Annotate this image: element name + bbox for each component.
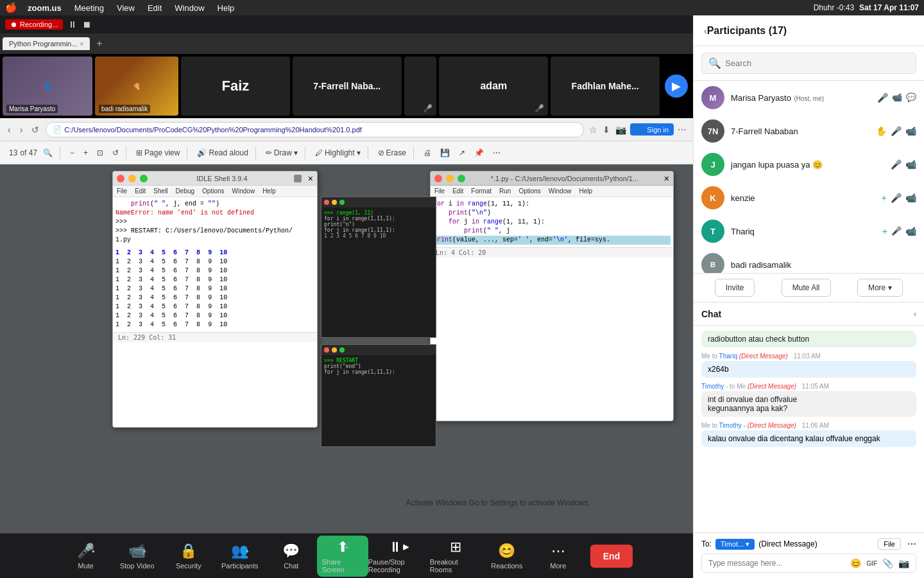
- participants-btn[interactable]: 👥 ▲ Participants: [214, 536, 266, 577]
- chat-attach-btn[interactable]: 📎: [882, 558, 893, 568]
- idle-close-x[interactable]: ×: [308, 173, 313, 184]
- tile-fadhlan[interactable]: Fadhlan Mahe...: [551, 57, 660, 116]
- chat-screenshot-btn[interactable]: 📷: [898, 558, 909, 568]
- nav-bookmark[interactable]: ☆: [588, 123, 599, 136]
- read-aloud-btn[interactable]: 🔊 Read aloud: [194, 146, 251, 159]
- participant-badi[interactable]: B badi radisamalik: [694, 248, 924, 274]
- nav-capture[interactable]: 📷: [614, 123, 628, 136]
- menubar-window[interactable]: Window: [172, 3, 207, 13]
- mute-all-btn[interactable]: Mute All: [782, 279, 831, 297]
- chat-file-btn[interactable]: File: [878, 538, 901, 550]
- py-close-btn[interactable]: [434, 175, 442, 182]
- share-pdf-btn[interactable]: ↗: [456, 146, 468, 159]
- share-arrow[interactable]: ▲: [345, 544, 350, 550]
- tab-close[interactable]: ×: [80, 40, 83, 48]
- tile-farrell[interactable]: 7-Farrell Naba...: [293, 57, 402, 116]
- idle-menu-window[interactable]: Window: [232, 188, 255, 195]
- share-screen-btn[interactable]: ⬆ ▲ Share Screen: [317, 536, 368, 577]
- nav-refresh[interactable]: ↺: [29, 123, 42, 136]
- chat-type-input[interactable]: [708, 559, 846, 568]
- idle-menu-options[interactable]: Options: [202, 188, 224, 195]
- participant-marisa[interactable]: M Marisa Paryasto (Host, me) 🎤 📹 💬: [694, 81, 924, 114]
- fit-page-btn[interactable]: ⊡: [94, 146, 107, 159]
- erase-btn[interactable]: ⊘ Erase: [375, 146, 409, 159]
- zoom-in-btn[interactable]: +: [80, 146, 91, 159]
- tiles-next-btn[interactable]: ▶: [665, 74, 688, 98]
- chat-emoji-btn[interactable]: 😊: [850, 558, 861, 568]
- page-view-btn[interactable]: ⊞ Page view: [133, 146, 183, 159]
- zoom-out-btn[interactable]: −: [67, 146, 78, 159]
- idle-close-btn[interactable]: [117, 175, 124, 182]
- idle-max-btn[interactable]: [140, 175, 148, 182]
- nav-forward[interactable]: ›: [17, 123, 26, 136]
- py-editor-window[interactable]: *.1.py - C:/Users/lenovo/Documents/Pytho…: [430, 171, 674, 421]
- mute-arrow[interactable]: ▲: [90, 548, 96, 554]
- menubar-view[interactable]: View: [114, 3, 137, 13]
- idle-menu-shell[interactable]: Shell: [153, 188, 167, 195]
- search-pdf-btn[interactable]: 🔍: [40, 146, 56, 159]
- print-btn[interactable]: 🖨: [420, 146, 434, 159]
- breakout-btn[interactable]: ⊞ Breakout Rooms: [430, 536, 481, 577]
- recording-btn[interactable]: ⏸▶ Pause/Stop Recording: [368, 536, 430, 577]
- tiles-next[interactable]: ▶: [662, 72, 690, 100]
- nav-more[interactable]: ⋯: [676, 123, 688, 136]
- rotate-btn[interactable]: ↺: [109, 146, 122, 159]
- chat-btn[interactable]: 💬 Chat: [266, 536, 317, 577]
- search-input[interactable]: [725, 58, 909, 68]
- idle-menu-file[interactable]: File: [117, 188, 127, 195]
- py-menu-options[interactable]: Options: [518, 188, 540, 195]
- signin-btn[interactable]: 👤 Sign in: [630, 123, 674, 136]
- chat-collapse-btn[interactable]: ‹: [914, 310, 916, 319]
- reactions-btn[interactable]: 😊 Reactions: [481, 536, 533, 577]
- highlight-btn[interactable]: 🖊 Highlight ▾: [312, 146, 364, 159]
- menubar-help[interactable]: Help: [215, 3, 237, 13]
- participant-farrell[interactable]: 7N 7-Farrell Nababan ✋ 🎤 📹: [694, 114, 924, 148]
- py-max-btn[interactable]: [458, 175, 465, 182]
- draw-btn[interactable]: ✏ Draw ▾: [262, 146, 301, 159]
- py-close-x[interactable]: ×: [664, 173, 669, 184]
- tile-blank[interactable]: 🎤: [404, 57, 437, 116]
- menubar-meeting[interactable]: Meeting: [72, 3, 107, 13]
- mute-btn[interactable]: 🎤 ▲ Mute: [60, 536, 112, 577]
- idle-resize[interactable]: [294, 175, 302, 182]
- apple-menu[interactable]: 🍎: [5, 2, 17, 13]
- py-menu-file[interactable]: File: [434, 188, 445, 195]
- py-menu-edit[interactable]: Edit: [452, 188, 463, 195]
- tile-faiz[interactable]: Faiz: [181, 57, 290, 116]
- security-btn[interactable]: 🔒 Security: [163, 536, 214, 577]
- chat-more-btn[interactable]: ⋯: [907, 539, 916, 549]
- chat-gif-btn[interactable]: GIF: [866, 560, 877, 567]
- end-call-btn[interactable]: End: [590, 545, 633, 568]
- tile-badi[interactable]: 🍕 badi radisamalik: [95, 57, 178, 116]
- idle-menu-help[interactable]: Help: [262, 188, 276, 195]
- recording-pause[interactable]: ⏸: [68, 19, 77, 30]
- py-menu-format[interactable]: Format: [471, 188, 492, 195]
- participant-thariq[interactable]: T Thariq + 🎤 📹: [694, 215, 924, 248]
- save-btn[interactable]: 💾: [437, 146, 453, 159]
- idle-shell-window[interactable]: IDLE Shell 3.9.4 × File Edit Shell Debug…: [112, 171, 318, 428]
- participant-kenzie[interactable]: K kenzie + 🎤 📹: [694, 181, 924, 215]
- participants-more-btn[interactable]: More ▾: [857, 279, 903, 297]
- more-pdf-btn[interactable]: ⋯: [490, 146, 504, 159]
- invite-btn[interactable]: Invite: [715, 279, 755, 297]
- nav-back[interactable]: ‹: [5, 123, 13, 136]
- new-tab-btn[interactable]: +: [92, 38, 106, 49]
- menubar-zoom[interactable]: zoom.us: [25, 3, 64, 13]
- browser-tab-python[interactable]: Python Programmin... ×: [3, 37, 90, 50]
- py-menu-window[interactable]: Window: [549, 188, 572, 195]
- idle-min-btn[interactable]: [128, 175, 136, 182]
- nav-download[interactable]: ⬇: [601, 123, 612, 136]
- py-menu-run[interactable]: Run: [499, 188, 511, 195]
- py-min-btn[interactable]: [446, 175, 454, 182]
- participant-jangan[interactable]: J jangan lupa puasa ya 😊 🎤 📹: [694, 148, 924, 181]
- py-menu-help[interactable]: Help: [579, 188, 592, 195]
- participants-arrow[interactable]: ▲: [244, 548, 250, 554]
- recording-stop[interactable]: ⏹: [82, 19, 91, 30]
- menubar-edit[interactable]: Edit: [145, 3, 164, 13]
- pin-btn[interactable]: 📌: [471, 146, 487, 159]
- more-btn[interactable]: ⋯ More: [533, 536, 584, 577]
- idle-menu-edit[interactable]: Edit: [135, 188, 146, 195]
- recipient-badge[interactable]: Timot... ▾: [715, 539, 755, 550]
- stop-video-btn[interactable]: 📹 ▲ Stop Video: [112, 536, 163, 577]
- tile-marisa[interactable]: 👤 Marisa Paryasto: [3, 57, 92, 116]
